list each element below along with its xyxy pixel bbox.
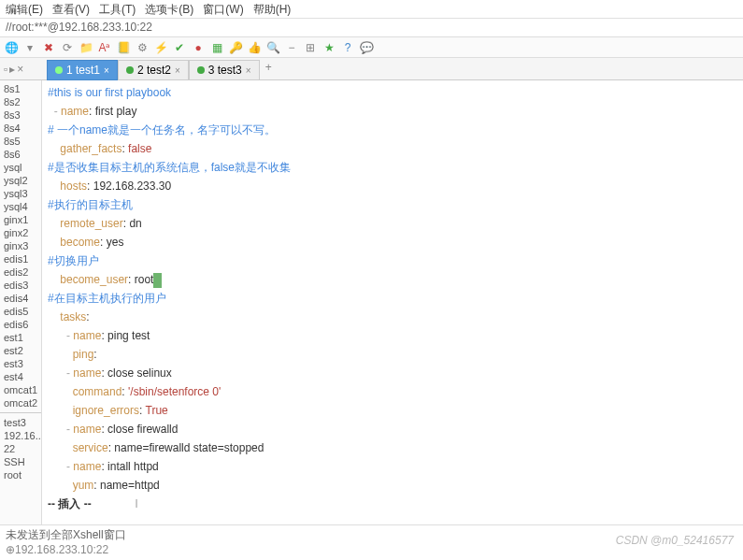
sidebar-info: 22	[0, 442, 41, 455]
menu-item[interactable]: 选项卡(B)	[145, 2, 193, 16]
main-area: 8s18s28s38s48s58s6ysqlysql2ysql3ysql4gin…	[0, 80, 743, 524]
sidebar-item[interactable]: ysql3	[0, 187, 41, 200]
code-line: become_user: root	[48, 270, 737, 289]
cursor	[153, 273, 162, 288]
add-tab-button[interactable]: +	[260, 58, 278, 79]
close-icon[interactable]: ×	[175, 65, 180, 76]
menu-item[interactable]: 工具(T)	[99, 2, 136, 16]
tab-num: 3 test3	[208, 64, 242, 77]
menu-item[interactable]: 查看(V)	[52, 2, 90, 16]
code-line: - name: close firewalld	[48, 420, 737, 438]
sidebar-item[interactable]: ginx1	[0, 213, 41, 226]
sidebar-item[interactable]: edis2	[0, 266, 41, 279]
code-line: yum: name=httpd	[48, 476, 737, 495]
sidebar-item[interactable]: 8s4	[0, 122, 41, 135]
sidebar-item[interactable]: 8s3	[0, 108, 41, 122]
sidebar-info: root	[0, 468, 41, 481]
close-icon[interactable]: ×	[104, 65, 109, 76]
ledger-icon[interactable]: 📒	[116, 40, 131, 55]
code-line: #在目标主机执行的用户	[48, 289, 737, 308]
code-line: -- 插入 -- I	[48, 495, 737, 513]
ip-text: ⊕192.168.233.10:22	[6, 543, 108, 556]
sidebar-item[interactable]: est1	[0, 331, 41, 344]
menu-item[interactable]: 帮助(H)	[253, 2, 292, 16]
code-line: - name: intall httpd	[48, 457, 737, 476]
sidebar-item[interactable]: 8s5	[0, 135, 41, 148]
sidebar-item[interactable]: 8s6	[0, 148, 41, 161]
search-icon[interactable]: 🔍	[265, 40, 280, 55]
code-line: remote_user: dn	[48, 214, 737, 233]
sidebar-item[interactable]: omcat2	[0, 396, 41, 409]
code-line: become: yes	[48, 233, 737, 251]
tab-test1[interactable]: 1 test1×	[47, 60, 118, 80]
globe-icon[interactable]: 🌐	[4, 40, 19, 55]
sidebar-item[interactable]: est3	[0, 357, 41, 370]
code-line: - name: first play	[48, 102, 737, 121]
editor[interactable]: #this is our first playbook - name: firs…	[42, 80, 743, 524]
minus-icon[interactable]: −	[284, 40, 299, 55]
help-icon[interactable]: ?	[340, 40, 355, 55]
circle-icon[interactable]: ●	[191, 40, 206, 55]
key-icon[interactable]: 🔑	[228, 40, 243, 55]
sidebar-item[interactable]: ysql	[0, 161, 41, 174]
menu-bar: 编辑(E)查看(V)工具(T)选项卡(B)窗口(W)帮助(H)	[0, 0, 743, 19]
close-icon[interactable]: ×	[17, 63, 23, 76]
status-text: 未发送到全部Xshell窗口	[6, 528, 126, 541]
code-line: # 一个name就是一个任务名，名字可以不写。	[48, 121, 737, 139]
code-line: gather_facts: false	[48, 139, 737, 158]
tab-num: 1 test1	[66, 64, 100, 77]
x-icon[interactable]: ✖	[41, 40, 56, 55]
code-line: tasks:	[48, 308, 737, 326]
code-line: ping:	[48, 345, 737, 364]
sidebar-item[interactable]: ginx2	[0, 226, 41, 239]
bolt-icon[interactable]: ⚡	[153, 40, 168, 55]
code-line: hosts: 192.168.233.30	[48, 177, 737, 195]
squares-icon[interactable]: ▦	[209, 40, 224, 55]
gear-icon[interactable]: ⚙	[135, 40, 150, 55]
sidebar-item[interactable]: edis3	[0, 279, 41, 292]
close-icon[interactable]: ×	[246, 65, 251, 76]
font-icon[interactable]: Aᵃ	[97, 40, 112, 55]
sidebar-info: test3	[0, 416, 41, 429]
check-icon[interactable]: ✔	[172, 40, 187, 55]
tab-lead: ▫▸×	[0, 58, 47, 79]
star-icon[interactable]: ★	[321, 40, 336, 55]
sidebar-item[interactable]: ysql4	[0, 200, 41, 213]
sidebar: 8s18s28s38s48s58s6ysqlysql2ysql3ysql4gin…	[0, 80, 42, 524]
chat-icon[interactable]: 💬	[359, 40, 374, 55]
code-line: - name: ping test	[48, 326, 737, 345]
status-dot-icon	[55, 66, 63, 74]
sidebar-item[interactable]: edis6	[0, 318, 41, 331]
tab-test3[interactable]: 3 test3×	[189, 60, 260, 80]
sidebar-item[interactable]: edis1	[0, 252, 41, 266]
refresh-icon[interactable]: ⟳	[60, 40, 75, 55]
thumb-icon[interactable]: 👍	[247, 40, 262, 55]
sidebar-info: SSH	[0, 455, 41, 468]
code-line: #this is our first playbook	[48, 83, 737, 102]
arrow-icon: ▸	[9, 63, 15, 76]
address-bar: //root:***@192.168.233.10:22	[0, 19, 743, 37]
sidebar-item[interactable]: ysql2	[0, 174, 41, 187]
sidebar-item[interactable]: edis5	[0, 305, 41, 318]
code-line: command: '/sbin/setenforce 0'	[48, 382, 737, 401]
tab-test2[interactable]: 2 test2×	[118, 60, 189, 80]
sidebar-item[interactable]: ginx3	[0, 239, 41, 252]
menu-item[interactable]: 窗口(W)	[203, 2, 243, 16]
sidebar-item[interactable]: est2	[0, 344, 41, 357]
sidebar-item[interactable]: 8s1	[0, 82, 41, 95]
watermark-text: CSDN @m0_52416577	[616, 534, 734, 547]
square-icon: ▫	[4, 63, 7, 76]
sidebar-item[interactable]: est4	[0, 370, 41, 383]
sidebar-item[interactable]: omcat1	[0, 383, 41, 396]
tab-num: 2 test2	[137, 64, 171, 77]
sidebar-item[interactable]: 8s2	[0, 95, 41, 108]
status-dot-icon	[197, 66, 205, 74]
code-line: #执行的目标主机	[48, 195, 737, 214]
sidebar-item[interactable]: edis4	[0, 292, 41, 305]
menu-item[interactable]: 编辑(E)	[6, 2, 43, 16]
status-dot-icon	[126, 66, 134, 74]
dropdown-icon[interactable]: ▾	[22, 40, 37, 55]
folder-icon[interactable]: 📁	[79, 40, 93, 55]
grid-icon[interactable]: ⊞	[303, 40, 318, 55]
code-line: - name: close selinux	[48, 364, 737, 382]
